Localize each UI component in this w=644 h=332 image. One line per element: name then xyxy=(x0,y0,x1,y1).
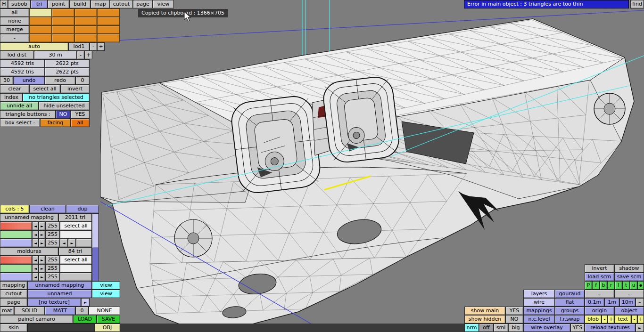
tab-tri-active[interactable]: tri xyxy=(31,0,48,8)
wire-overlay-toggle[interactable]: YES xyxy=(570,324,585,332)
obj-button[interactable]: OBJ xyxy=(94,324,120,332)
skin-label[interactable]: skin xyxy=(0,324,27,332)
triangle-buttons-no[interactable]: NO xyxy=(56,110,71,119)
view-preset-top-button[interactable]: t xyxy=(622,281,630,290)
mat-solid-button[interactable]: SOLID xyxy=(14,307,45,315)
mapping-group-name[interactable]: unnamed mapping xyxy=(0,213,58,222)
group-pager-right-button[interactable]: ► xyxy=(68,239,76,247)
mapping-current[interactable]: unnamed mapping xyxy=(27,281,92,290)
view-preset-under-button[interactable]: u xyxy=(630,281,637,290)
undo-button[interactable]: undo xyxy=(13,76,45,85)
blob-button[interactable]: blob xyxy=(585,315,602,324)
reload-textures-button[interactable]: reload textures xyxy=(585,324,636,332)
tab-cutout[interactable]: cutout xyxy=(110,0,133,8)
mappings-button[interactable]: mappings xyxy=(523,307,555,315)
nrm-off-button[interactable]: off xyxy=(479,324,494,332)
grid-01m-button[interactable]: 0.1m xyxy=(585,298,604,307)
lod-plus-button[interactable]: + xyxy=(97,42,105,51)
triangle-buttons-yes[interactable]: YES xyxy=(71,110,90,119)
clear-button[interactable]: clear xyxy=(0,85,29,93)
subobject-grid-cell[interactable] xyxy=(29,17,52,25)
green-increment-button[interactable]: ► xyxy=(39,230,45,239)
green-decrement-button[interactable]: ◄ xyxy=(32,264,39,273)
view-preset-right-button[interactable]: r xyxy=(607,281,615,290)
flat-button[interactable]: flat xyxy=(555,298,585,307)
tab-subob[interactable]: subob xyxy=(8,0,31,8)
hide-unselected-button[interactable]: hide unselected xyxy=(39,102,90,110)
layers-button[interactable]: layers xyxy=(523,290,555,298)
origin-button[interactable]: origin xyxy=(585,307,614,315)
cols-button[interactable]: cols : 5 xyxy=(0,205,29,213)
subobject-grid-cell[interactable] xyxy=(97,34,120,42)
gouraud-button[interactable]: gouraud xyxy=(555,290,585,298)
view-preset-dot-button[interactable]: ● xyxy=(637,281,644,290)
mapping-scrollbar[interactable] xyxy=(92,213,99,281)
grid-dash-button[interactable]: – xyxy=(636,298,644,307)
mapping-group-name[interactable]: molduras xyxy=(0,247,58,256)
grid-10m-button[interactable]: 10m xyxy=(619,298,636,307)
text-minus-button[interactable]: - xyxy=(631,315,637,324)
blob-minus-button[interactable]: - xyxy=(602,315,608,324)
subobject-grid-cell[interactable] xyxy=(52,25,74,34)
lod-dist-minus-button[interactable]: - xyxy=(77,51,84,59)
invert-normals-button[interactable]: invert xyxy=(585,264,614,273)
page-next-button[interactable]: ► xyxy=(81,298,90,307)
mat-index[interactable]: 0 xyxy=(75,307,89,315)
subobject-grid-cell[interactable] xyxy=(97,25,120,34)
subobject-grid-cell[interactable] xyxy=(29,25,52,34)
reload-textures-arrow-button[interactable]: ► xyxy=(636,324,644,332)
box-select-facing-button[interactable]: facing xyxy=(40,119,71,127)
mat-matt-button[interactable]: MATT xyxy=(45,307,75,315)
grid-1m-button[interactable]: 1m xyxy=(604,298,619,307)
subobject-grid-cell[interactable] xyxy=(74,34,97,42)
text-plus-button[interactable]: + xyxy=(637,315,644,324)
menu-button-h[interactable]: H xyxy=(0,0,8,8)
red-increment-button[interactable]: ► xyxy=(39,222,45,230)
subobject-all-button[interactable]: all xyxy=(0,8,29,17)
subobject-grid-cell[interactable] xyxy=(52,17,74,25)
box-select-all-button[interactable]: all xyxy=(71,119,90,127)
cutout-view-button[interactable]: view xyxy=(92,290,120,298)
redo-button[interactable]: redo xyxy=(45,76,75,85)
group-select-all-button[interactable]: select all xyxy=(60,222,92,230)
subobject-grid-cell[interactable] xyxy=(74,25,97,34)
find-button[interactable]: find xyxy=(630,0,644,8)
file-name[interactable]: painel camaro xyxy=(0,315,73,324)
green-decrement-button[interactable]: ◄ xyxy=(32,230,39,239)
nc-level-button[interactable]: n.c.level xyxy=(523,315,555,324)
green-slider[interactable] xyxy=(0,230,32,239)
layers-dash-button[interactable]: – xyxy=(585,290,614,298)
wire-overlay-button[interactable]: wire overlay xyxy=(523,324,570,332)
tab-page[interactable]: page xyxy=(133,0,153,8)
lr-swap-button[interactable]: l.r.swap xyxy=(555,315,585,324)
view-preset-front-button[interactable]: f xyxy=(592,281,600,290)
lod-dist-value[interactable]: 30 m xyxy=(34,51,77,59)
dup-button[interactable]: dup xyxy=(66,205,99,213)
green-increment-button[interactable]: ► xyxy=(39,264,45,273)
red-slider[interactable] xyxy=(0,256,32,264)
green-slider[interactable] xyxy=(0,264,32,273)
blob-plus-button[interactable]: + xyxy=(608,315,614,324)
cutout-current[interactable]: unnamed xyxy=(27,290,92,298)
lod-dist-plus-button[interactable]: + xyxy=(84,51,92,59)
red-decrement-button[interactable]: ◄ xyxy=(32,222,39,230)
subobject-none-button[interactable]: none xyxy=(0,17,29,25)
lod-auto-button[interactable]: auto xyxy=(0,42,68,51)
unhide-all-button[interactable]: unhide all xyxy=(0,102,39,110)
nrm-sml-button[interactable]: sml xyxy=(494,324,508,332)
invert-button[interactable]: invert xyxy=(60,85,90,93)
load-button[interactable]: LOAD xyxy=(73,315,97,324)
page-current[interactable]: [no texture] xyxy=(27,298,81,307)
shadow-button[interactable]: shadow xyxy=(614,264,644,273)
red-decrement-button[interactable]: ◄ xyxy=(32,256,39,264)
group-pager-left-button[interactable]: ◄ xyxy=(60,239,68,247)
layers-dash-button[interactable]: – xyxy=(614,290,644,298)
blue-decrement-button[interactable]: ◄ xyxy=(32,239,39,247)
view-preset-left-button[interactable]: l xyxy=(615,281,622,290)
red-increment-button[interactable]: ► xyxy=(39,256,45,264)
mat-none-button[interactable]: NONE xyxy=(89,307,120,315)
groups-button[interactable]: groups xyxy=(555,307,585,315)
save-button[interactable]: SAVE xyxy=(97,315,120,324)
tab-build[interactable]: build xyxy=(69,0,91,8)
red-slider[interactable] xyxy=(0,222,32,230)
